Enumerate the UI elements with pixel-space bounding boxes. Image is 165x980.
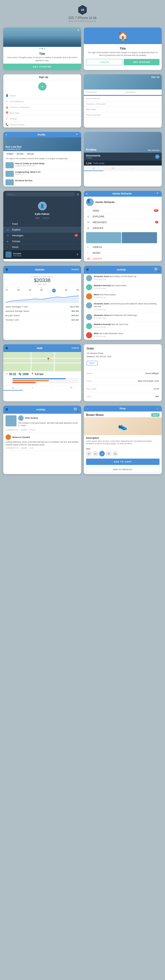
- dot-2[interactable]: [41, 48, 43, 49]
- feed-icon: ♡: [6, 223, 10, 225]
- login-button[interactable]: LOG IN: [86, 59, 123, 65]
- progress-row-2: [5, 380, 79, 381]
- add-to-wishlist-button[interactable]: ADD TO WISHLIST: [86, 466, 160, 473]
- size-43[interactable]: 43: [106, 451, 111, 457]
- post-username-1: Seth Audrey: [25, 417, 38, 419]
- walk-tab-grid[interactable]: ⊞: [62, 385, 81, 391]
- post-like-1[interactable]: LIKE2: [29, 429, 35, 431]
- nav-item-groups[interactable]: ◈ Groups: [3, 239, 81, 244]
- onboarding-image: ✕: [3, 27, 81, 47]
- walk-tab-list[interactable]: ≡: [23, 385, 42, 391]
- welcome-content: Title The sight of the tumblers restored…: [84, 44, 162, 68]
- feed-tab[interactable]: Feed: [35, 217, 40, 219]
- explore-tab[interactable]: Explore: [43, 217, 49, 219]
- email-field[interactable]: ✉ Email Address: [3, 99, 81, 104]
- walk-title: Walk: [37, 347, 43, 350]
- feed-search-icon[interactable]: 🔍: [157, 192, 160, 195]
- menu-icon[interactable]: ≡: [5, 133, 7, 136]
- close-button[interactable]: ✕: [77, 29, 79, 32]
- carousel-dots: [3, 47, 81, 50]
- nav-item-explore[interactable]: ◎ Explore: [3, 227, 81, 233]
- feed-menu-music[interactable]: ♪ MUSIC: [84, 250, 162, 256]
- feed-title: Hunter Richards: [113, 192, 132, 195]
- post-share-1[interactable]: SHARE: [21, 429, 27, 431]
- size-48[interactable]: 48: [113, 451, 118, 457]
- feed-menu-messages[interactable]: ✉ MESSAGES 4: [84, 220, 162, 225]
- cal-day-today[interactable]: T21: [52, 287, 56, 293]
- walk-menu-icon[interactable]: ≡: [5, 346, 8, 351]
- first-name-field[interactable]: First Name: [84, 89, 123, 95]
- progress-bars: [3, 377, 81, 385]
- feed-menu-icon[interactable]: ≡: [86, 192, 88, 195]
- profile-avatar[interactable]: +: [38, 82, 46, 91]
- dot-3[interactable]: [44, 48, 45, 49]
- add-to-cart-button[interactable]: ADD TO CART: [86, 458, 160, 465]
- nav-item-messages[interactable]: ✉ Messages 3: [3, 233, 81, 239]
- social-cover: Kristina 560 moments: [84, 132, 162, 153]
- cal-day-4: W20: [40, 287, 43, 293]
- article-item-2[interactable]: Longboarding: What Is It? What Is It?: [3, 169, 81, 178]
- get-started-button[interactable]: GET STARTED: [3, 64, 81, 70]
- nav-item-feed[interactable]: ♡ Feed: [3, 221, 81, 227]
- logout-item[interactable]: ⏻ LOGOUT: [84, 256, 162, 261]
- grid-icon[interactable]: ⊞: [77, 193, 79, 196]
- stat-menu-icon[interactable]: ≡: [5, 267, 8, 272]
- feed-menu-groups[interactable]: ◈ GROUPS: [84, 225, 162, 231]
- article-item-3[interactable]: All About the Run: [3, 178, 81, 186]
- music-controls: ⏸: [76, 253, 79, 256]
- edit-button[interactable]: EDIT: [87, 361, 98, 366]
- phone-field[interactable]: 📞 Phone Number: [3, 122, 81, 127]
- last-name-field[interactable]: Last Name: [123, 89, 162, 95]
- size-41[interactable]: 41: [93, 451, 98, 457]
- progress-row-3: [5, 382, 79, 383]
- article-item-1[interactable]: How to Create an Active Body Longboardin…: [3, 161, 81, 169]
- post-like-2[interactable]: LIKE: [29, 447, 33, 449]
- password-right-field[interactable]: Choose a Password: [84, 101, 162, 107]
- size-options: 40 41 42 43 48: [86, 451, 160, 457]
- nav-list: ♡ Feed ◎ Explore ✉ Messages 3 ◈ Groups ♪…: [3, 221, 81, 250]
- size-42[interactable]: 42: [99, 451, 105, 457]
- post-avatar-1: [18, 415, 24, 421]
- social-tab-me[interactable]: me: [103, 166, 123, 171]
- cart-icon[interactable]: 🛒: [156, 407, 160, 410]
- signup-photo-header: Sign Up: [84, 74, 162, 89]
- dot-1[interactable]: [39, 48, 41, 49]
- welcome-body: The sight of the tumblers restored Bob S…: [86, 51, 160, 57]
- post-comments-1[interactable]: COMMENTS2: [5, 429, 18, 431]
- walk-steps: 👣 1658: [18, 373, 29, 376]
- search-input[interactable]: [5, 192, 75, 196]
- post-comments-2[interactable]: COMMENTS3: [5, 447, 18, 449]
- feed-menu-feed[interactable]: ♡ FEED 10: [84, 208, 162, 214]
- search-icon[interactable]: 🔍: [76, 133, 79, 136]
- posts-menu-icon[interactable]: ≡: [5, 407, 8, 412]
- social-tab-circle[interactable]: ○: [142, 166, 162, 171]
- activity-menu-icon[interactable]: ≡: [86, 267, 89, 272]
- walk-share-button[interactable]: SHARE: [71, 347, 79, 349]
- back-arrow[interactable]: ←: [5, 76, 8, 78]
- walk-tab-heart[interactable]: ♡: [42, 385, 62, 391]
- plus-button[interactable]: +: [155, 154, 160, 159]
- post-share-2[interactable]: SHARE: [21, 447, 27, 449]
- social-tab-music[interactable]: ♪: [123, 166, 143, 171]
- posts-search-icon[interactable]: 🔍: [73, 407, 79, 412]
- share-button[interactable]: SHARE: [71, 268, 79, 271]
- act-avatar-1: [86, 275, 92, 281]
- get-started-welcome-button[interactable]: GET STARTED: [124, 59, 160, 65]
- email-right-field[interactable]: Email Address: [84, 96, 162, 101]
- password-field[interactable]: 🔒 Choose a Password: [3, 104, 81, 110]
- phone-right-field[interactable]: Phone Number: [84, 112, 162, 118]
- name-field[interactable]: 👤 Name: [3, 93, 81, 99]
- gender-field[interactable]: ⚥ Gender: [3, 116, 81, 122]
- activity-search-icon[interactable]: 🔍: [154, 267, 160, 272]
- birthdate-right-field[interactable]: Birth Date: [84, 107, 162, 112]
- birthdate-field[interactable]: 📅 Birth Date: [3, 110, 81, 116]
- nav-item-music[interactable]: ♪ Music: [3, 244, 81, 250]
- shop-back-button[interactable]: ←: [86, 407, 89, 410]
- clock-icon: ⏱: [5, 373, 8, 375]
- size-40[interactable]: 40: [86, 451, 92, 457]
- pause-button[interactable]: ⏸: [76, 253, 79, 256]
- feed-menu-explore[interactable]: ◎ EXPLORE: [84, 214, 162, 220]
- feed-menu-videos[interactable]: ▷ VIDEOS: [84, 244, 162, 250]
- walk-tab-map[interactable]: ◎: [3, 385, 23, 391]
- social-tab-home[interactable]: ⊙: [84, 166, 103, 171]
